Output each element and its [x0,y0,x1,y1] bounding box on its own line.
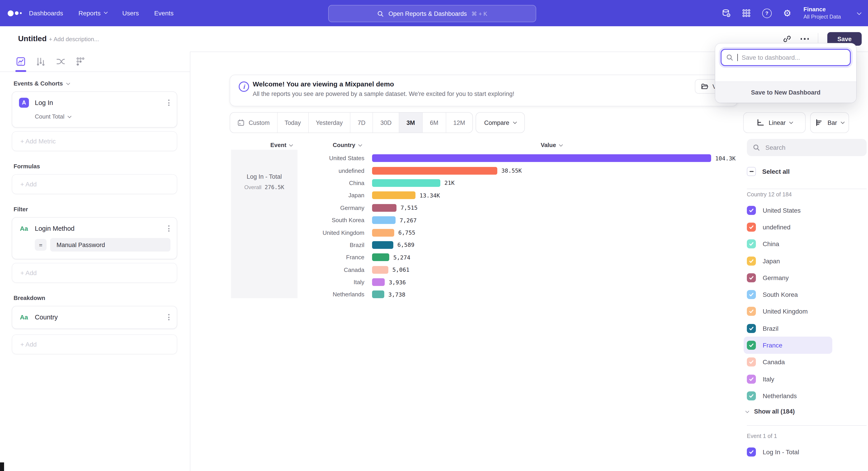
metric-aggregation[interactable]: Count Total [35,113,170,120]
filter-card[interactable]: Aa Login Method = Manual Password [12,217,177,259]
segment-search[interactable] [747,139,867,156]
compare-button[interactable]: Compare [475,112,525,133]
bar-germany[interactable] [372,204,397,212]
event-filter-row[interactable]: Log In - Total [747,447,799,457]
country-filter-row-netherlands[interactable]: Netherlands [744,387,832,405]
range-button-12m[interactable]: 12M [445,113,472,133]
bar-china[interactable] [372,179,440,187]
filter-value[interactable]: Manual Password [50,238,170,252]
tab-flows-icon[interactable] [55,56,66,67]
country-filter-row-france[interactable]: France [744,337,832,354]
chart-type-button[interactable]: Bar [810,112,849,133]
country-checkbox-germany[interactable] [747,273,756,282]
country-filter-row-germany[interactable]: Germany [744,269,832,286]
country-filter-row-brazil[interactable]: Brazil [744,320,832,337]
country-filter-row-china[interactable]: China [744,235,832,253]
range-button-3m[interactable]: 3M [399,113,422,133]
country-filter-row-italy[interactable]: Italy [744,371,832,387]
country-checkbox-italy[interactable] [747,374,756,383]
select-all-checkbox-indeterminate[interactable] [747,167,756,176]
nav-link-reports[interactable]: Reports [79,9,107,17]
country-checkbox-france[interactable] [747,341,756,350]
filter-kebab-icon[interactable] [167,225,170,233]
range-button-6m[interactable]: 6M [422,113,446,133]
project-switcher[interactable]: Finance All Project Data [804,6,841,20]
country-filter-row-japan[interactable]: Japan [744,253,832,269]
breakdown-kebab-icon[interactable] [167,313,170,321]
filter-operator[interactable]: = [35,239,46,251]
report-title[interactable]: Untitled [18,26,47,52]
save-dashboard-input[interactable] [741,53,845,62]
country-filter-row-canada[interactable]: Canada [744,354,832,371]
save-dashboard-search[interactable] [721,49,851,66]
breakdown-card[interactable]: Aa Country [12,306,177,329]
global-search-button[interactable]: Open Reports & Dashboards ⌘ + K [328,5,536,22]
nav-link-users[interactable]: Users [122,9,139,17]
country-filter-row-undefined[interactable]: undefined [744,219,832,236]
nav-link-dashboards[interactable]: Dashboards [29,9,63,17]
breakdown-section-label: Breakdown [13,295,177,301]
tab-funnels-icon[interactable] [35,56,46,67]
mixpanel-logo-icon[interactable] [8,0,22,26]
range-button-yesterday[interactable]: Yesterday [308,113,350,133]
add-filter-button[interactable]: + Add [12,263,177,283]
country-checkbox-united-states[interactable] [747,206,756,215]
country-filter-row-united-states[interactable]: United States [744,202,832,219]
panel-divider [747,425,867,426]
column-header-country[interactable]: Country [333,142,362,148]
country-checkbox-netherlands[interactable] [747,391,756,401]
save-to-new-dashboard-button[interactable]: Save to New Dashboard [715,82,856,103]
bar-japan[interactable] [372,192,415,199]
nav-link-events[interactable]: Events [154,9,174,17]
string-property-type-icon: Aa [19,312,29,322]
data-management-icon[interactable] [721,8,731,18]
select-all-row[interactable]: Select all [747,167,789,176]
country-checkbox-japan[interactable] [747,256,756,265]
metric-event-name[interactable]: Log In [35,99,53,106]
bar-netherlands[interactable] [372,291,384,298]
copy-link-icon[interactable] [782,34,792,43]
bar-italy[interactable] [372,278,385,286]
add-description-button[interactable]: + Add description... [49,26,99,52]
range-button-7d[interactable]: 7D [350,113,373,133]
events-cohorts-section-label[interactable]: Events & Cohorts [13,80,177,87]
breakdown-property-name[interactable]: Country [35,314,58,321]
country-filter-row-united-kingdom[interactable]: United Kingdom [744,303,832,320]
scale-selector-button[interactable]: Linear [743,112,806,133]
tab-retention-icon[interactable] [75,56,86,67]
country-checkbox-undefined[interactable] [747,223,756,232]
bar-brazil[interactable] [372,241,393,249]
add-metric-button[interactable]: + Add Metric [12,131,177,151]
apps-grid-icon[interactable] [742,8,752,18]
bar-united-states[interactable] [372,154,711,162]
metric-card[interactable]: A Log In Count Total [12,91,177,127]
country-checkbox-south-korea[interactable] [747,290,756,299]
tab-insights-icon[interactable] [16,56,26,67]
column-header-value[interactable]: Value [541,142,562,148]
bar-france[interactable] [372,254,389,261]
filter-property-name[interactable]: Login Method [35,225,74,232]
country-checkbox-brazil[interactable] [747,324,756,333]
project-chevron-down-icon[interactable] [857,10,862,15]
country-filter-row-south-korea[interactable]: South Korea [744,286,832,303]
settings-gear-icon[interactable]: ⚙ [782,8,792,18]
add-breakdown-button[interactable]: + Add [12,334,177,354]
more-options-icon[interactable] [800,38,809,40]
bar-united-kingdom[interactable] [372,229,394,236]
metric-kebab-icon[interactable] [167,99,170,107]
range-button-30d[interactable]: 30D [373,113,399,133]
add-formula-button[interactable]: + Add [12,174,177,194]
show-all-button[interactable]: Show all (184) [746,408,795,415]
range-button-today[interactable]: Today [277,113,308,133]
bar-canada[interactable] [372,266,388,273]
bar-undefined[interactable] [372,167,497,174]
help-icon[interactable]: ? [762,8,772,18]
country-checkbox-united-kingdom[interactable] [747,307,756,316]
country-checkbox-china[interactable] [747,239,756,248]
country-checkbox-canada[interactable] [747,358,756,367]
segment-search-input[interactable] [765,143,857,152]
range-button-custom[interactable]: Custom [230,113,277,133]
event-checkbox[interactable] [747,447,756,457]
bar-south-korea[interactable] [372,216,396,224]
column-header-event[interactable]: Event [270,142,292,148]
